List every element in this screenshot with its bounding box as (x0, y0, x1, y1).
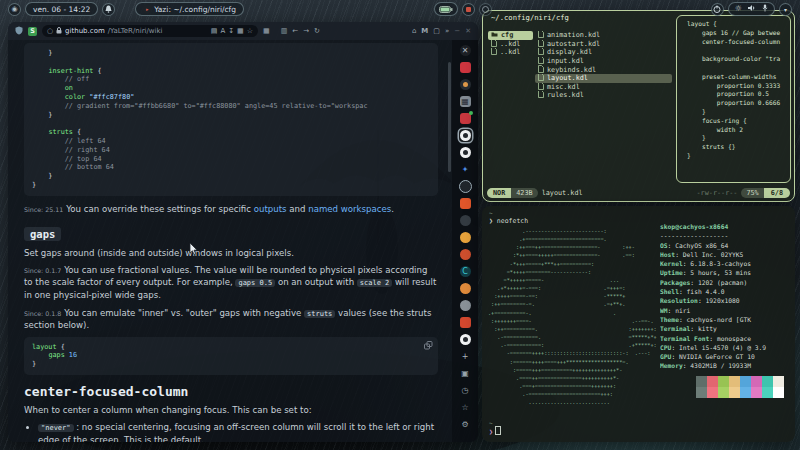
tab-grid-app-icon[interactable]: ▦ (459, 95, 472, 108)
yazi-file-size: 423B (511, 188, 537, 198)
browser-scrollbar[interactable] (448, 62, 451, 172)
shield-icon[interactable] (15, 26, 23, 37)
site-info-icon[interactable]: ○ (47, 27, 53, 35)
text-segment: { (93, 67, 101, 75)
launcher-icon[interactable]: ◉ (8, 3, 21, 16)
text-segment: insert-hint (48, 67, 93, 75)
reading-list-icon[interactable]: M (421, 27, 428, 35)
yazi-permissions: -rw-r--r-- (697, 189, 738, 197)
home-button[interactable]: ⌂ (412, 27, 416, 35)
tab-mail-icon[interactable] (459, 112, 472, 125)
wiki-link[interactable]: outputs (254, 204, 287, 214)
text-segment: // gradient from="#ffbb6680" to="#ffc880… (32, 102, 368, 110)
neofetch-ascii-logo: .-------------------------: .+==========… (488, 227, 657, 406)
tab-github-icon[interactable] (459, 146, 472, 159)
yazi-parent-item[interactable]: cfg (488, 31, 533, 40)
text-segment: } (32, 49, 52, 57)
yazi-file-row[interactable]: rules.kdl (535, 91, 672, 100)
file-name: layout.kdl (547, 74, 588, 82)
text-segment: } (32, 360, 36, 368)
tab-ring-icon[interactable] (459, 180, 472, 193)
close-window-icon[interactable]: ✕ (465, 27, 471, 35)
system-indicators[interactable]: ☼ (728, 2, 775, 16)
tab-grey-app-icon[interactable] (459, 299, 472, 312)
overflow-menu-icon[interactable]: » (445, 27, 449, 35)
yazi-file-row[interactable]: keybinds.kdl (535, 65, 672, 74)
reload-button[interactable]: ↻ (314, 27, 320, 35)
translate-icon[interactable]: A (220, 27, 225, 35)
text-segment: { (73, 128, 81, 136)
tab-rust-app-icon[interactable] (459, 248, 472, 261)
file-icon (538, 74, 544, 83)
extension-s-icon[interactable]: S (28, 27, 37, 36)
text-segment: // right 64 (32, 146, 110, 154)
yazi-file-row[interactable]: display.kdl (535, 48, 672, 57)
tab-close-icon[interactable]: ✕ (459, 44, 472, 57)
minimize-icon[interactable]: − (454, 27, 460, 35)
forward-button[interactable]: → (303, 27, 309, 35)
file-icon (491, 40, 497, 49)
yazi-file-row[interactable]: misc.kdl (535, 83, 672, 92)
yazi-file-row[interactable]: autostart.kdl (535, 40, 672, 49)
power-icon[interactable] (711, 3, 724, 16)
yazi-cursor-position: 6/8 (764, 188, 790, 198)
tab-orange-app-icon[interactable] (459, 282, 472, 295)
new-tab-button[interactable]: + (459, 350, 472, 363)
section-heading-gaps: gaps (24, 227, 61, 241)
battery-icon[interactable] (434, 2, 458, 16)
sidebar-toggle-icon[interactable]: ▥ (281, 27, 288, 35)
palette-swatch (707, 376, 718, 387)
back-button[interactable]: ← (292, 27, 298, 35)
bell-icon[interactable] (102, 3, 115, 16)
file-icon (538, 40, 544, 49)
window-icon[interactable]: ▢ (433, 27, 440, 35)
tab-dark-orange-dot-icon[interactable] (459, 78, 472, 91)
settings-icon[interactable]: ⚙ (459, 418, 472, 431)
yazi-file-row[interactable]: input.kdl (535, 57, 672, 66)
browser-window: S ○ github.com /YaLTeR/niri/wiki ▤ A ↧ ▦… (8, 22, 478, 442)
tab-dark-small-icon[interactable] (459, 214, 472, 227)
focused-window-title[interactable]: ▸ Yazi: ~/.config/niri/cfg (135, 2, 244, 16)
history-icon[interactable]: ◷ (459, 384, 472, 397)
yazi-file-row[interactable]: layout.kdl (535, 74, 672, 83)
containers-icon[interactable]: ▦ (237, 27, 244, 35)
tray-icon[interactable] (479, 3, 492, 16)
tab-pages-icon[interactable]: ▣ (459, 367, 472, 380)
yazi-parent-item[interactable]: ..kdl (488, 48, 533, 57)
command-text: neofetch (497, 217, 528, 225)
url-bar[interactable]: ○ github.com /YaLTeR/niri/wiki ▤ A ↧ ▦ ☆ (42, 25, 258, 37)
text-segment: { (57, 343, 65, 351)
chevron-down-icon[interactable]: ▾ (779, 3, 792, 16)
tab-red-app2-icon[interactable] (459, 316, 472, 329)
tab-github2-icon[interactable] (459, 333, 472, 346)
tray-icon[interactable] (462, 3, 475, 16)
since-badge: Since: 0.1.8 (24, 310, 61, 317)
tab-orange-box-icon[interactable] (459, 197, 472, 210)
wiki-link[interactable]: named workspaces (308, 204, 391, 214)
yazi-file-row[interactable]: animation.kdl (535, 31, 672, 40)
neofetch-info-line: GPU: NVIDIA GeForce GT 10 (660, 352, 793, 361)
clock-text: ven. 06 - 14:22 (33, 5, 90, 14)
text-segment (32, 351, 48, 359)
tab-blue-star-icon[interactable]: ✦ (459, 163, 472, 176)
tab-github-active-icon[interactable] (459, 129, 472, 142)
save-page-icon[interactable]: ↧ (228, 27, 234, 35)
terminal-prompt[interactable]: ❯ (489, 426, 501, 436)
neofetch-info-line: Uptime: 5 hours, 53 mins (660, 268, 793, 277)
tab-yellow-app-icon[interactable] (459, 231, 472, 244)
reader-mode-icon[interactable]: ▤ (211, 27, 218, 35)
tab-teal-c-icon[interactable]: C (459, 265, 472, 278)
paragraph: Set gaps around (inside and outside) win… (24, 247, 438, 259)
extensions-grid-icon[interactable]: ▦ (263, 27, 270, 35)
text-segment: "#ffc87f80" (89, 93, 134, 101)
bookmark-star-icon[interactable]: ☆ (247, 27, 253, 35)
yazi-status-bar: NOR 423B layout.kdl -rw-r--r-- 75% 6/8 (487, 187, 790, 199)
bookmarks-icon[interactable]: ☆ (459, 401, 472, 414)
clock-widget[interactable]: ven. 06 - 14:22 (25, 2, 98, 16)
text-segment: on an output with (275, 277, 357, 287)
yazi-parent-item[interactable]: ..kdl (488, 40, 533, 49)
tab-red-app-icon[interactable] (459, 61, 472, 74)
palette-swatch (729, 387, 740, 398)
text-segment: color (65, 93, 85, 101)
copy-code-button[interactable] (424, 341, 433, 353)
